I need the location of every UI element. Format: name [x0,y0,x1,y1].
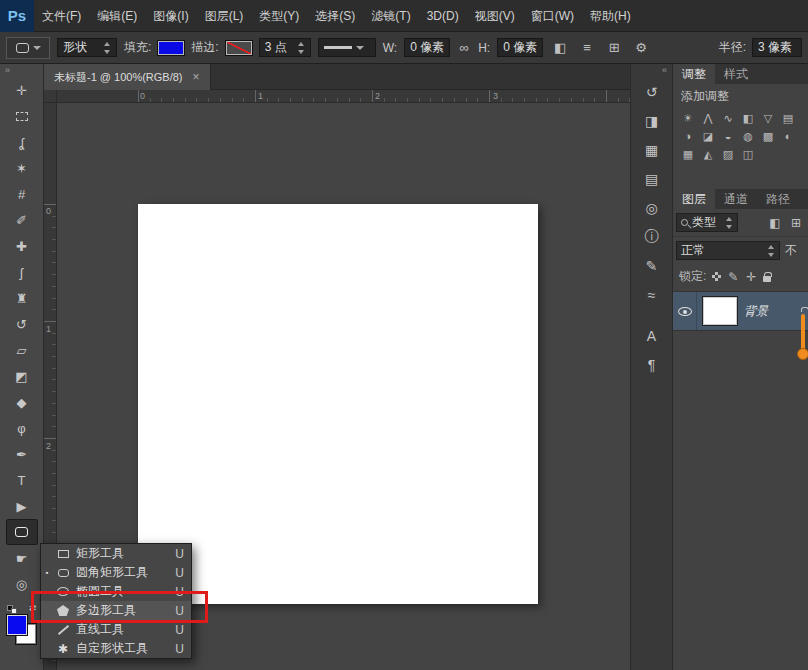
history-brush-tool[interactable]: ↺ [6,311,38,337]
gradient-tool[interactable]: ◩ [6,363,38,389]
brush-panel-icon[interactable]: ✎ [638,253,666,278]
vibrance-icon[interactable]: ▽ [759,110,777,126]
layer-filter-select[interactable]: 类型 [676,213,738,232]
properties-panel-icon[interactable]: ◨ [638,108,666,133]
filter-kind-icon[interactable]: ◧ [766,214,784,232]
rounded-rectangle-preset-icon [16,43,29,53]
radius-field[interactable]: 3 像素 [752,38,802,57]
shape-width-field[interactable]: 0 像素 [404,38,450,57]
menu-select[interactable]: 选择(S) [307,0,363,32]
eraser-tool[interactable]: ▱ [6,337,38,363]
history-panel-icon[interactable]: ↺ [638,79,666,104]
character-panel-icon[interactable]: A [638,323,666,348]
stroke-width-field[interactable]: 3 点 [259,38,311,57]
menu-layer[interactable]: 图层(L) [197,0,252,32]
clone-stamp-tool[interactable]: ♜ [6,285,38,311]
color-panel-icon[interactable]: ▤ [638,166,666,191]
layer-row-background[interactable]: 背景 [673,291,808,331]
blend-mode-select[interactable]: 正常 [676,241,780,260]
clone-source-panel-icon[interactable]: ≈ [638,282,666,307]
menu-filter[interactable]: 滤镜(T) [363,0,418,32]
fill-color-swatch[interactable] [158,41,184,55]
move-tool[interactable]: ✛ [6,77,38,103]
lock-position-icon[interactable]: ✛ [745,271,757,283]
color-lookup-icon[interactable]: ▩ [759,128,777,144]
shape-height-field[interactable]: 0 像素 [497,38,543,57]
menu-3d[interactable]: 3D(D) [419,0,467,32]
foreground-color-swatch[interactable] [7,615,27,635]
curves-icon[interactable]: ∿ [719,110,737,126]
dodge-tool[interactable]: φ [6,415,38,441]
tool-preset-picker[interactable] [6,37,50,59]
layer-thumbnail[interactable] [703,297,737,325]
lasso-tool[interactable]: ʆ [6,129,38,155]
link-dimensions-icon[interactable]: ∞ [457,38,471,58]
tab-channels[interactable]: 通道 [715,189,757,209]
navigator-panel-icon[interactable]: ◎ [638,195,666,220]
paragraph-panel-icon[interactable]: ¶ [638,352,666,377]
menu-edit[interactable]: 编辑(E) [89,0,145,32]
levels-icon[interactable]: ⋀ [699,110,717,126]
hand-tool[interactable]: ☛ [6,545,38,571]
quick-selection-tool[interactable]: ✶ [6,155,38,181]
tool-mode-select[interactable]: 形状 [57,38,117,57]
gear-icon[interactable]: ⚙ [631,38,651,58]
menu-image[interactable]: 图像(I) [145,0,196,32]
tab-styles[interactable]: 样式 [715,64,757,84]
canvas-document[interactable] [138,204,538,604]
menu-view[interactable]: 视图(V) [467,0,523,32]
path-selection-tool[interactable]: ▶ [6,493,38,519]
threshold-icon[interactable]: ◭ [699,146,717,162]
invert-icon[interactable]: ◐ [779,128,797,144]
stroke-type-select[interactable] [318,38,376,57]
lock-pixels-icon[interactable]: ✎ [727,271,739,283]
channel-mixer-icon[interactable]: ◍ [739,128,757,144]
shape-tool[interactable] [6,519,38,545]
blur-tool[interactable]: ◆ [6,389,38,415]
type-tool[interactable]: T [6,467,38,493]
tab-paths[interactable]: 路径 [757,189,799,209]
eyedropper-tool[interactable]: ✐ [6,207,38,233]
right-panel-column: 调整 样式 添加调整 ☀ ⋀ ∿ ◧ ▽ ▤ ◑ ◪ ◒ ◍ ▩ ◐ ▦ ◭ ▨… [672,64,808,670]
close-tab-icon[interactable]: × [193,70,200,84]
pen-tool[interactable]: ✒ [6,441,38,467]
dock-collapse-icon[interactable]: « [631,64,672,77]
marquee-tool[interactable] [6,103,38,129]
visibility-cell[interactable] [673,292,697,330]
flyout-rectangle-tool[interactable]: 矩形工具 U [41,544,191,563]
tab-adjustments[interactable]: 调整 [673,64,715,84]
path-arrangement-icon[interactable]: ⊞ [604,38,624,58]
search-icon [681,219,688,226]
adjustments-tab-bar: 调整 样式 [673,64,808,84]
brightness-contrast-icon[interactable]: ☀ [679,110,697,126]
default-colors-icon[interactable] [7,605,17,614]
color-balance-icon[interactable]: ◑ [679,128,697,144]
crop-tool[interactable]: # [6,181,38,207]
healing-brush-tool[interactable]: ✚ [6,233,38,259]
hue-saturation-icon[interactable]: ▤ [779,110,797,126]
posterize-icon[interactable]: ▦ [679,146,697,162]
info-panel-icon[interactable]: ⓘ [638,224,666,249]
brush-tool[interactable]: ʃ [6,259,38,285]
filter-toggle-icon[interactable]: ⊞ [787,214,805,232]
photo-filter-icon[interactable]: ◒ [719,128,737,144]
path-operations-icon[interactable]: ◧ [550,38,570,58]
menu-help[interactable]: 帮助(H) [582,0,639,32]
menu-type[interactable]: 类型(Y) [251,0,307,32]
swatches-panel-icon[interactable]: ▦ [638,137,666,162]
menu-file[interactable]: 文件(F) [34,0,89,32]
toolbar-collapse-icon[interactable]: » [0,64,43,77]
flyout-custom-shape-tool[interactable]: ✱ 自定形状工具 U [41,639,191,658]
flyout-rounded-rectangle-tool[interactable]: ▪ 圆角矩形工具 U [41,563,191,582]
selective-color-icon[interactable]: ◫ [739,146,757,162]
menu-window[interactable]: 窗口(W) [523,0,582,32]
tab-layers[interactable]: 图层 [673,189,715,209]
path-alignment-icon[interactable]: ≡ [577,38,597,58]
lock-all-icon[interactable] [763,276,771,282]
gradient-map-icon[interactable]: ▨ [719,146,737,162]
stroke-color-swatch[interactable] [226,41,252,55]
document-tab[interactable]: 未标题-1 @ 100%(RGB/8) × [44,64,211,90]
exposure-icon[interactable]: ◧ [739,110,757,126]
lock-transparency-icon[interactable] [712,272,721,281]
black-white-icon[interactable]: ◪ [699,128,717,144]
